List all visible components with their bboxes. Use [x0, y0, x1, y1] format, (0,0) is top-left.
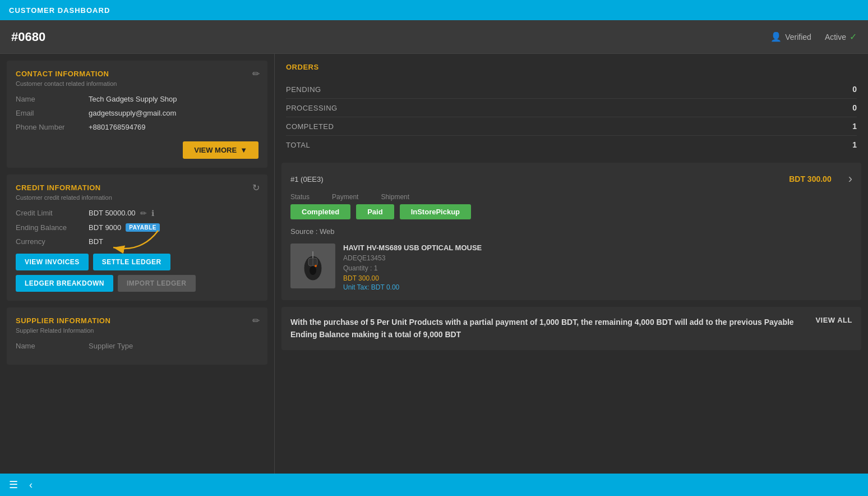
header-status: 👤 Verified Active ✓	[770, 31, 857, 42]
order-nav-arrow[interactable]: ›	[848, 172, 852, 186]
order-source: Source : Web	[290, 227, 852, 236]
info-box-text: With the purchase of 5 Per Unit Products…	[290, 316, 804, 341]
supplier-section: ✏ SUPPLIER INFORMATION Supplier Related …	[7, 307, 267, 365]
active-label: Active	[825, 33, 846, 42]
customer-id: #0680	[11, 30, 770, 44]
info-box: With the purchase of 5 Per Unit Products…	[281, 307, 861, 350]
left-panel: ✏ CONTACT INFORMATION Customer contact r…	[0, 54, 275, 474]
supplier-subtitle: Supplier Related Information	[16, 327, 258, 334]
credit-title: CREDIT INFORMATION	[16, 183, 258, 192]
ending-balance-row: Ending Balance BDT 9000 PAYABLE	[16, 223, 258, 232]
product-price: BDT 300.00	[343, 274, 482, 282]
credit-limit-row: Credit Limit BDT 50000.00 ✏ ℹ	[16, 209, 258, 218]
right-panel: ORDERS PENDING 0 PROCESSING 0 COMPLETED …	[275, 54, 868, 474]
chevron-down-icon: ▼	[240, 146, 247, 154]
supplier-name-row: Name Supplier Type	[16, 342, 258, 350]
view-invoices-button[interactable]: VIEW INVOICES	[16, 254, 89, 270]
shipment-meta-label: Shipment	[381, 193, 409, 201]
view-more-button[interactable]: VIEW MORE ▼	[183, 141, 258, 159]
processing-value: 0	[852, 103, 857, 112]
verified-status: 👤 Verified	[770, 31, 811, 42]
order-id: #1 (0EE3)	[290, 175, 324, 183]
contact-email-row: Email gadgetssupply@gmail.com	[16, 109, 258, 117]
app-title: CUSTOMER DASHBOARD	[9, 6, 110, 15]
order-wrapper: #1 (0EE3) BDT 300.00 › Status Payment Sh…	[275, 163, 868, 300]
svg-point-4	[310, 266, 316, 275]
credit-subtitle: Customer credit related information	[16, 194, 258, 201]
view-all-link[interactable]: VIEW ALL	[815, 316, 852, 324]
currency-row: Currency BDT	[16, 237, 258, 246]
order-stat-total: TOTAL 1	[286, 136, 857, 154]
supplier-type-label: Supplier Type	[89, 342, 161, 350]
ledger-breakdown-button[interactable]: LEDGER BREAKDOWN	[16, 275, 113, 292]
checkmark-icon: ✓	[849, 31, 857, 42]
product-quantity: Quantity : 1	[343, 264, 482, 272]
product-info: HAVIT HV-MS689 USB OPTICAL MOUSE ADEQE13…	[343, 244, 482, 291]
contact-phone-row: Phone Number +8801768594769	[16, 123, 258, 131]
product-image	[290, 244, 335, 288]
order-stat-pending: PENDING 0	[286, 80, 857, 99]
shipment-badge: InStorePickup	[400, 204, 471, 219]
phone-value: +8801768594769	[89, 123, 146, 131]
ending-balance-value: BDT 9000	[89, 223, 121, 232]
import-ledger-button[interactable]: IMPORT LEDGER	[118, 275, 196, 292]
total-label: TOTAL	[286, 141, 852, 149]
supplier-title: SUPPLIER INFORMATION	[16, 316, 258, 325]
currency-label: Currency	[16, 237, 89, 246]
order-card: #1 (0EE3) BDT 300.00 › Status Payment Sh…	[281, 163, 861, 300]
total-value: 1	[852, 140, 857, 149]
contact-edit-icon[interactable]: ✏	[252, 68, 260, 79]
order-stat-completed: COMPLETED 1	[286, 117, 857, 136]
credit-actions: VIEW INVOICES SETTLE LEDGER LEDGER BREAK…	[16, 254, 258, 292]
svg-point-5	[315, 265, 317, 267]
orders-title: ORDERS	[286, 63, 857, 71]
phone-label: Phone Number	[16, 123, 89, 131]
main-content: ✏ CONTACT INFORMATION Customer contact r…	[0, 54, 868, 474]
pending-value: 0	[852, 85, 857, 94]
email-value: gadgetssupply@gmail.com	[89, 109, 176, 117]
supplier-edit-icon[interactable]: ✏	[252, 315, 260, 326]
header-row: #0680 👤 Verified Active ✓	[0, 20, 868, 54]
name-value: Tech Gadgets Supply Shop	[89, 95, 177, 103]
currency-value: BDT	[89, 237, 103, 246]
order-meta-labels: Status Payment Shipment	[290, 193, 852, 201]
status-meta-label: Status	[290, 193, 310, 201]
mouse-svg	[296, 249, 330, 283]
top-bar: CUSTOMER DASHBOARD	[0, 0, 868, 20]
verified-icon: 👤	[770, 31, 782, 42]
product-row: HAVIT HV-MS689 USB OPTICAL MOUSE ADEQE13…	[290, 244, 852, 291]
payment-meta-label: Payment	[332, 193, 358, 201]
supplier-name-label: Name	[16, 342, 89, 350]
pending-label: PENDING	[286, 85, 852, 94]
credit-limit-label: Credit Limit	[16, 209, 89, 217]
status-badge: Completed	[290, 204, 350, 219]
order-amount: BDT 300.00	[789, 174, 831, 183]
credit-limit-value: BDT 50000.00	[89, 209, 136, 217]
contact-section: ✏ CONTACT INFORMATION Customer contact r…	[7, 61, 267, 168]
payment-badge: Paid	[356, 204, 394, 219]
contact-name-row: Name Tech Gadgets Supply Shop	[16, 95, 258, 103]
credit-section: ↻ CREDIT INFORMATION Customer credit rel…	[7, 174, 267, 301]
product-name: HAVIT HV-MS689 USB OPTICAL MOUSE	[343, 244, 482, 252]
active-status: Active ✓	[825, 31, 857, 42]
settle-ledger-button[interactable]: SETTLE LEDGER	[93, 254, 170, 270]
email-label: Email	[16, 109, 89, 117]
completed-label: COMPLETED	[286, 122, 852, 131]
status-badges: Completed Paid InStorePickup	[290, 204, 852, 219]
contact-subtitle: Customer contact related information	[16, 80, 258, 87]
edit-credit-icon[interactable]: ✏	[140, 209, 147, 218]
processing-label: PROCESSING	[286, 104, 852, 112]
product-tax: Unit Tax: BDT 0.00	[343, 283, 482, 291]
payable-badge: PAYABLE	[126, 223, 160, 232]
info-icon[interactable]: ℹ	[151, 209, 154, 218]
product-sku: ADEQE13453	[343, 254, 482, 262]
completed-value: 1	[852, 122, 857, 131]
order-card-header: #1 (0EE3) BDT 300.00 ›	[290, 172, 852, 186]
ending-balance-label: Ending Balance	[16, 223, 89, 232]
verified-label: Verified	[785, 33, 811, 42]
name-label: Name	[16, 95, 89, 103]
view-more-label: VIEW MORE	[194, 146, 237, 154]
refresh-icon[interactable]: ↻	[252, 182, 260, 193]
order-stat-processing: PROCESSING 0	[286, 99, 857, 117]
contact-title: CONTACT INFORMATION	[16, 70, 258, 78]
